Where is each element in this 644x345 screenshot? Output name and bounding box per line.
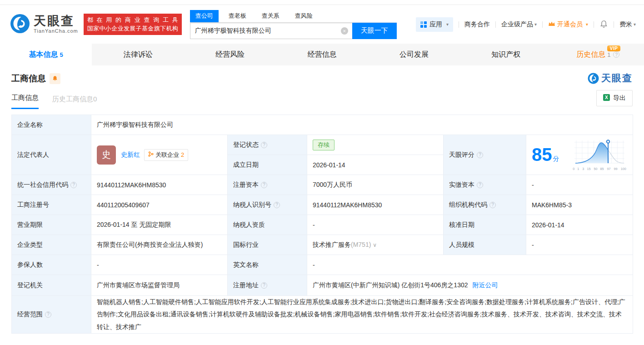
field-value-taxpayer-quality: - <box>307 215 444 235</box>
help-icon: ? <box>613 51 619 58</box>
field-value-taxpayer-id: 91440112MAK6HM8530 <box>307 195 444 215</box>
header-nav: 应用 ▾ 商务合作 企业级产品 ▾ 开通会员 ▾ 费米 ▾ <box>416 17 636 32</box>
tianyancha-logo-icon <box>10 14 30 35</box>
help-icon: ? <box>45 311 51 318</box>
banner-line1: 都在用的商业查询工具 <box>87 16 178 25</box>
field-label-org-code: 组织机构代码? <box>444 195 526 215</box>
apps-grid-icon <box>420 21 427 28</box>
field-value-insured-count: - <box>91 255 228 275</box>
field-label-english-name: 英文名称 <box>228 255 307 275</box>
field-value-paid-capital: - <box>526 175 633 195</box>
field-value-reg-address: 广州市黄埔区(中新广州知识城) 亿创街1号406房之1302附近公司 <box>307 275 633 296</box>
svg-text:X: X <box>605 95 608 100</box>
table-row: 经营范围? 智能机器人销售;人工智能硬件销售;人工智能应用软件开发;人工智能行业… <box>12 296 633 334</box>
crown-icon <box>548 21 555 28</box>
org-chart-icon <box>148 151 154 158</box>
field-label-reg-address: 注册地址? <box>228 275 307 296</box>
field-value-business-term: 2026-01-14 至 无固定期限 <box>91 215 228 235</box>
tab-intellectual-property[interactable]: 知识产权 <box>460 44 552 65</box>
chevron-down-icon: ▾ <box>534 22 537 27</box>
subtab-business-info[interactable]: 工商信息 <box>11 94 39 109</box>
table-row: 登记机关 广州市黄埔区市场监督管理局 注册地址? 广州市黄埔区(中新广州知识城)… <box>12 275 633 296</box>
field-value-reg-status: 存续 <box>307 135 444 155</box>
logo-title: 天眼查 <box>34 15 78 27</box>
export-button[interactable]: X 导出 <box>596 90 633 106</box>
chevron-down-icon: ▾ <box>634 22 636 27</box>
field-value-english-name: - <box>307 255 633 275</box>
field-label-insured-count: 参保人数 <box>12 255 91 275</box>
site-logo[interactable]: 天眼查 TianYanCha.com <box>10 14 78 35</box>
field-value-reg-capital: 7000万人民币 <box>307 175 444 195</box>
help-icon: ? <box>261 282 267 289</box>
field-value-company-name: 广州稀宇极智科技有限公司 <box>91 115 633 135</box>
subscribe-bell-icon[interactable] <box>50 73 60 84</box>
help-icon: ? <box>477 152 483 158</box>
field-label-paid-capital: 实缴资本? <box>444 175 526 195</box>
notification-bell-icon[interactable] <box>599 20 608 29</box>
chevron-down-icon: ▾ <box>446 22 449 27</box>
apps-menu-button[interactable]: 应用 ▾ <box>416 17 453 32</box>
tab-legal-proceedings[interactable]: 法律诉讼 <box>92 44 184 65</box>
section-title: 工商信息 <box>11 73 46 85</box>
divider <box>594 21 594 28</box>
table-row: 统一社会信用代码? 91440112MAK6HM8530 注册资本? 7000万… <box>12 175 633 195</box>
subtab-history-business-info[interactable]: 历史工商信息0 <box>52 95 97 109</box>
field-value-reg-authority: 广州市黄埔区市场监督管理局 <box>91 275 228 296</box>
help-icon: ? <box>261 182 267 188</box>
banner-line2: 国家中小企业发展子基金旗下机构 <box>87 25 178 33</box>
watermark-logo: 天眼查 <box>588 72 633 85</box>
promo-banner: 都在用的商业查询工具 国家中小企业发展子基金旗下机构 <box>84 14 182 35</box>
field-label-reg-number: 工商注册号 <box>12 195 91 215</box>
legal-rep-avatar[interactable]: 史 <box>97 145 116 165</box>
field-value-reg-number: 440112005409607 <box>91 195 228 215</box>
score-axis: 0131550859799100 <box>573 167 626 171</box>
top-strip <box>0 0 644 5</box>
open-vip-button[interactable]: 开通会员 ▾ <box>548 20 588 29</box>
field-label-establish-date: 成立日期 <box>228 155 307 175</box>
tab-operation-info[interactable]: 经营信息 <box>276 44 368 65</box>
field-label-company-type: 企业类型 <box>12 235 91 255</box>
table-row: 企业类型 有限责任公司(外商投资企业法人独资) 国标行业 技术推广服务(M751… <box>12 235 633 255</box>
divider <box>542 21 543 28</box>
search-tab-boss[interactable]: 查老板 <box>223 10 252 22</box>
search-tab-risk[interactable]: 查风险 <box>290 10 318 22</box>
field-label-taxpayer-quality: 纳税人资质 <box>228 215 307 235</box>
legal-rep-link[interactable]: 史新红 <box>121 151 140 159</box>
field-value-staff-size: - <box>526 235 633 255</box>
tab-history-info[interactable]: VIP 历史信息 1 ? <box>552 44 644 65</box>
field-label-approval-date: 核准日期 <box>444 215 526 235</box>
divider <box>459 21 459 28</box>
tab-basic-info[interactable]: 基本信息 5 <box>0 44 92 65</box>
field-value-establish-date: 2026-01-14 <box>307 155 444 175</box>
field-label-reg-capital: 注册资本? <box>228 175 307 195</box>
search-input[interactable] <box>190 23 352 39</box>
site-header: 天眼查 TianYanCha.com 都在用的商业查询工具 国家中小企业发展子基… <box>0 5 644 44</box>
nav-enterprise-products[interactable]: 企业级产品 ▾ <box>501 20 537 29</box>
search-tab-company[interactable]: 查公司 <box>190 10 219 22</box>
help-icon: ? <box>274 202 280 208</box>
clear-search-icon[interactable]: × <box>341 27 348 35</box>
nearby-companies-link[interactable]: 附近公司 <box>473 281 498 289</box>
search-button[interactable]: 天眼一下 <box>352 23 397 39</box>
score-cell[interactable]: 85分 <box>526 135 633 175</box>
tab-operation-risk[interactable]: 经营风险 <box>184 44 276 65</box>
search-area: 查公司 查老板 查关系 查风险 × 天眼一下 <box>190 10 397 39</box>
search-tabs: 查公司 查老板 查关系 查风险 <box>190 10 397 23</box>
business-info-table: 企业名称 广州稀宇极智科技有限公司 法定代表人 史 史新红 关联企业 2 <box>11 115 633 334</box>
chevron-down-icon[interactable]: ∨ <box>373 242 377 248</box>
logo-domain: TianYanCha.com <box>34 28 78 34</box>
table-row: 营业期限 2026-01-14 至 无固定期限 纳税人资质 - 核准日期 202… <box>12 215 633 235</box>
username: 费米 <box>619 20 632 29</box>
search-tab-relation[interactable]: 查关系 <box>256 10 285 22</box>
legal-rep-cell: 史 史新红 关联企业 2 <box>91 135 228 175</box>
field-label-reg-authority: 登记机关 <box>12 275 91 296</box>
field-label-legal-rep: 法定代表人 <box>12 135 91 175</box>
chevron-down-icon: ▾ <box>586 22 588 27</box>
excel-icon: X <box>603 94 610 102</box>
field-label-credit-code: 统一社会信用代码? <box>12 175 91 195</box>
nav-cooperation[interactable]: 商务合作 <box>464 20 490 29</box>
tab-company-development[interactable]: 公司发展 <box>368 44 460 65</box>
user-menu[interactable]: 费米 ▾ <box>619 20 636 29</box>
field-label-business-scope: 经营范围? <box>12 296 91 334</box>
related-companies-badge[interactable]: 关联企业 2 <box>144 149 188 161</box>
